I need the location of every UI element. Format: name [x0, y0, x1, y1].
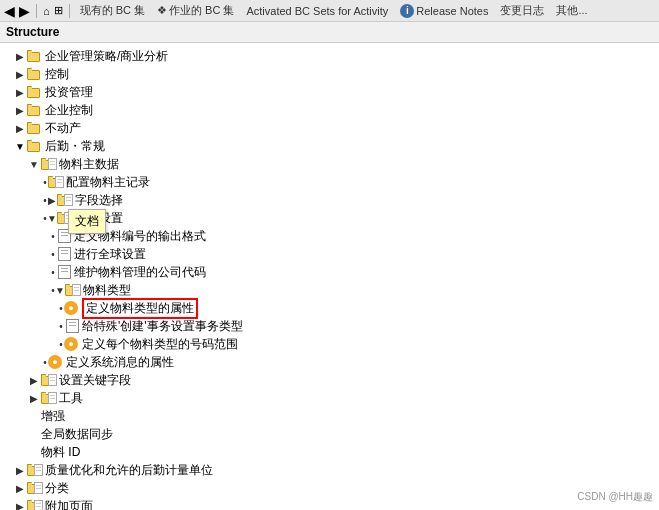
folder-icon — [57, 192, 73, 208]
folder-icon — [48, 174, 64, 190]
change-log-btn[interactable]: 变更日志 — [496, 2, 548, 19]
node-label: 字段选择 — [75, 192, 123, 209]
node-label: 投资管理 — [45, 84, 93, 101]
watermark: CSDN @HH趣趣 — [577, 490, 653, 504]
folder-icon — [65, 282, 81, 298]
tree-container[interactable]: ▶ 企业管理策略/商业分析 ▶ 控制 ▶ 投资管理 — [0, 43, 659, 510]
expand-btn[interactable]: ▶ — [14, 500, 26, 510]
folder-icon — [27, 66, 43, 82]
node-label: 附加页面 — [45, 498, 93, 511]
activated-bc-btn[interactable]: Activated BC Sets for Activity — [242, 4, 392, 18]
folder-icon — [27, 462, 43, 478]
main-area: Structure ▶ 企业管理策略/商业分析 ▶ 控制 ▶ — [0, 22, 659, 510]
release-notes-btn[interactable]: i Release Notes — [396, 3, 492, 19]
current-bc-btn[interactable]: 现有的 BC 集 — [76, 2, 149, 19]
tree-node[interactable]: ▶ 企业管理策略/商业分析 — [0, 47, 659, 65]
tree-node[interactable]: ▼ 后勤・常规 — [0, 137, 659, 155]
page-icon — [56, 246, 72, 262]
node-label: 后勤・常规 — [45, 138, 105, 155]
page-icon — [56, 264, 72, 280]
node-label: 配置物料主记录 — [66, 174, 150, 191]
node-label: 企业管理策略/商业分析 — [45, 48, 168, 65]
node-label: 增强 — [41, 408, 65, 425]
expand-btn[interactable]: ▶ — [14, 464, 26, 476]
expand-btn[interactable]: ▼ — [14, 140, 26, 152]
other-btn[interactable]: 其他... — [552, 2, 591, 19]
node-label-highlighted: 定义物料类型的属性 — [82, 298, 198, 319]
node-label: 进行全球设置 — [74, 246, 146, 263]
sep2 — [69, 4, 70, 18]
tree-node[interactable]: ▶ 工具 — [0, 389, 659, 407]
node-label: 控制 — [45, 66, 69, 83]
folder-icon — [27, 48, 43, 64]
node-label: 定义每个物料类型的号码范围 — [82, 336, 238, 353]
tree-node[interactable]: • 维护物料管理的公司代码 — [0, 263, 659, 281]
tree-node[interactable]: • 给特殊'创建'事务设置事务类型 — [0, 317, 659, 335]
expand-btn[interactable]: ▶ — [14, 122, 26, 134]
page-icon — [64, 318, 80, 334]
expand-btn[interactable]: ▼ — [48, 212, 56, 224]
folder-icon — [27, 102, 43, 118]
section-title: Structure — [0, 22, 659, 43]
work-bc-btn[interactable]: ❖ 作业的 BC 集 — [153, 2, 238, 19]
expand-btn[interactable]: ▶ — [28, 374, 40, 386]
node-label: 分类 — [45, 480, 69, 497]
folder-icon — [27, 138, 43, 154]
tree-node[interactable]: • ▼ 物料类型 — [0, 281, 659, 299]
folder-icon — [27, 84, 43, 100]
expand-btn[interactable]: ▶ — [14, 50, 26, 62]
orange-dot: ● — [64, 301, 78, 315]
node-label: 给特殊'创建'事务设置事务类型 — [82, 318, 243, 335]
node-label: 物料主数据 — [59, 156, 119, 173]
sep1 — [36, 4, 37, 18]
folder-icon — [41, 390, 57, 406]
expand-btn[interactable]: ▶ — [14, 104, 26, 116]
expand-btn[interactable]: ▼ — [56, 284, 64, 296]
info-icon: i — [400, 4, 414, 18]
forward-icon[interactable]: ▶ — [19, 3, 30, 19]
back-icon[interactable]: ◀ — [4, 3, 15, 19]
tree-node[interactable]: ▼ 物料主数据 — [0, 155, 659, 173]
grid-icon[interactable]: ⊞ — [54, 4, 63, 17]
tree-node[interactable]: • 进行全球设置 — [0, 245, 659, 263]
tree-node[interactable]: 增强 — [0, 407, 659, 425]
folder-icon — [41, 156, 57, 172]
home-icon[interactable]: ⌂ — [43, 5, 50, 17]
tooltip-text: 文档 — [75, 214, 99, 228]
orange-circle-icon: ● — [64, 300, 80, 316]
tree-node[interactable]: • ▶ 字段选择 — [0, 191, 659, 209]
orange-dot: ● — [64, 337, 78, 351]
tree-node[interactable]: ▶ 控制 — [0, 65, 659, 83]
tree-node[interactable]: • ● 定义每个物料类型的号码范围 — [0, 335, 659, 353]
folder-icon — [27, 498, 43, 510]
tree-node[interactable]: • ● 定义系统消息的属性 — [0, 353, 659, 371]
expand-btn[interactable]: ▶ — [14, 68, 26, 80]
folder-icon — [27, 120, 43, 136]
orange-circle-icon: ● — [64, 336, 80, 352]
tree-node[interactable]: • 配置物料主记录 — [0, 173, 659, 191]
tree-node[interactable]: ▶ 企业控制 — [0, 101, 659, 119]
tree-node[interactable]: ▶ 投资管理 — [0, 83, 659, 101]
tooltip-box: 文档 — [68, 209, 106, 234]
tree-node[interactable]: ▶ 设置关键字段 — [0, 371, 659, 389]
tree-node[interactable]: • ● 定义物料类型的属性 — [0, 299, 659, 317]
expand-btn[interactable]: ▶ — [14, 86, 26, 98]
tree-node[interactable]: ▶ 质量优化和允许的后勤计量单位 — [0, 461, 659, 479]
tree-node[interactable]: ▶ 附加页面 — [0, 497, 659, 510]
tree-node[interactable]: 物料 ID — [0, 443, 659, 461]
tree-node[interactable]: • ▼ 订本设置 文档 — [0, 209, 659, 227]
node-label: 全局数据同步 — [41, 426, 113, 443]
node-label: 物料 ID — [41, 444, 80, 461]
folder-icon — [41, 372, 57, 388]
expand-btn[interactable]: ▼ — [28, 158, 40, 170]
tree-node[interactable]: ▶ 不动产 — [0, 119, 659, 137]
folder-icon — [27, 480, 43, 496]
tree-node[interactable]: ▶ 分类 — [0, 479, 659, 497]
node-label: 质量优化和允许的后勤计量单位 — [45, 462, 213, 479]
expand-btn[interactable]: ▶ — [48, 194, 56, 206]
expand-btn[interactable]: ▶ — [28, 392, 40, 404]
tree-node[interactable]: 全局数据同步 — [0, 425, 659, 443]
expand-btn[interactable]: ▶ — [14, 482, 26, 494]
node-label: 定义系统消息的属性 — [66, 354, 174, 371]
node-label: 企业控制 — [45, 102, 93, 119]
